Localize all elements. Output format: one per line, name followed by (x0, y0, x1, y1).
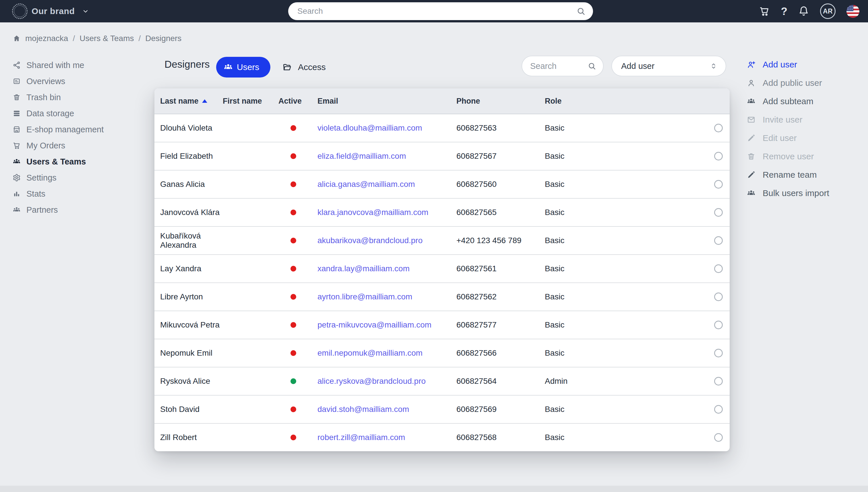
home-icon[interactable] (13, 34, 21, 43)
row-select-radio[interactable] (714, 293, 723, 301)
sidebar-item-icon (13, 125, 21, 133)
add-user-select-value: Add user (612, 62, 710, 71)
action-add-public-user[interactable]: Add public user (747, 74, 822, 92)
notifications-bell-icon[interactable] (798, 6, 809, 17)
row-select-radio[interactable] (714, 321, 723, 329)
cell-phone: 606827566 (456, 348, 545, 358)
email-link[interactable]: violeta.dlouha@mailliam.com (318, 123, 456, 132)
cell-role: Basic (545, 264, 705, 273)
cell-phone: 606827567 (456, 152, 545, 161)
action-label: Add public user (763, 78, 822, 88)
table-row[interactable]: Mikuvcová Petra petra-mikuvcova@mailliam… (154, 311, 730, 339)
tab-users[interactable]: Users (216, 57, 270, 77)
column-header-role[interactable]: Role (545, 97, 705, 106)
table-row[interactable]: Kubaříková Alexandra akubarikova@brandcl… (154, 226, 730, 254)
sidebar-item-data-storage[interactable]: Data storage (13, 105, 133, 121)
global-search-input[interactable] (288, 7, 576, 16)
help-icon[interactable]: ? (781, 6, 787, 17)
table-row[interactable]: Zill Robert robert.zill@mailliam.com 606… (154, 423, 730, 451)
email-link[interactable]: petra-mikuvcova@mailliam.com (318, 320, 456, 329)
language-flag-icon[interactable] (846, 5, 860, 18)
email-link[interactable]: alice.ryskova@brandcloud.pro (318, 377, 456, 386)
sidebar-item-settings[interactable]: Settings (13, 170, 133, 186)
email-link[interactable]: klara.janovcova@mailliam.com (318, 208, 456, 217)
sidebar-item-trash-bin[interactable]: Trash bin (13, 89, 133, 105)
sidebar-item-e-shop-management[interactable]: E-shop management (13, 121, 133, 138)
column-header-email[interactable]: Email (318, 97, 456, 106)
table-search-input[interactable] (522, 62, 588, 71)
table-row[interactable]: Rysková Alice alice.ryskova@brandcloud.p… (154, 367, 730, 395)
active-status-dot (291, 238, 296, 243)
page-title: Designers (165, 58, 210, 70)
email-link[interactable]: akubarikova@brandcloud.pro (318, 236, 456, 245)
tab-access[interactable]: Access (282, 57, 326, 77)
action-add-user[interactable]: Add user (747, 55, 797, 74)
sidebar-item-users-teams[interactable]: Users & Teams (13, 153, 133, 170)
cell-phone: 606827561 (456, 264, 545, 273)
breadcrumb-users-teams[interactable]: Users & Teams (79, 34, 134, 43)
column-header-active[interactable]: Active (278, 97, 318, 106)
action-bulk-users-import[interactable]: Bulk users import (747, 184, 829, 202)
sidebar-item-shared-with-me[interactable]: Shared with me (13, 57, 133, 73)
cell-last-name: Zill Robert (160, 433, 223, 442)
cell-role: Basic (545, 180, 705, 189)
cell-role: Basic (545, 348, 705, 358)
column-header-first-name[interactable]: First name (223, 97, 278, 106)
chevrons-up-down-icon (710, 62, 718, 70)
email-link[interactable]: eliza.field@mailliam.com (318, 152, 456, 161)
email-link[interactable]: alicia.ganas@mailliam.com (318, 180, 456, 189)
table-row[interactable]: Ganas Alicia alicia.ganas@mailliam.com 6… (154, 170, 730, 198)
action-icon (747, 171, 755, 179)
column-header-last-name[interactable]: Last name (160, 97, 223, 106)
row-select-radio[interactable] (714, 264, 723, 273)
row-select-radio[interactable] (714, 377, 723, 386)
email-link[interactable]: robert.zill@mailliam.com (318, 433, 456, 442)
topbar: Our brand ? AR (0, 0, 868, 22)
table-row[interactable]: Janovcová Klára klara.janovcova@mailliam… (154, 198, 730, 226)
email-link[interactable]: emil.nepomuk@mailliam.com (318, 348, 456, 358)
action-rename-team[interactable]: Rename team (747, 166, 817, 184)
table-row[interactable]: Libre Ayrton ayrton.libre@mailliam.com 6… (154, 282, 730, 311)
sidebar-item-partners[interactable]: Partners (13, 202, 133, 218)
row-select-radio[interactable] (714, 208, 723, 217)
action-label: Add subteam (763, 96, 814, 106)
row-select-radio[interactable] (714, 152, 723, 161)
breadcrumb-team[interactable]: mojeznacka (25, 34, 68, 43)
row-select-radio[interactable] (714, 405, 723, 414)
brand-logo[interactable]: Our brand (12, 3, 89, 19)
users-table: Last name First name Active Email Phone … (154, 89, 730, 451)
row-select-radio[interactable] (714, 124, 723, 132)
topbar-icons: ? AR (759, 0, 860, 22)
email-link[interactable]: david.stoh@mailliam.com (318, 405, 456, 414)
cell-role: Admin (545, 377, 705, 386)
table-row[interactable]: Dlouhá Violeta violeta.dlouha@mailliam.c… (154, 114, 730, 142)
table-header: Last name First name Active Email Phone … (154, 89, 730, 114)
avatar[interactable]: AR (820, 3, 836, 19)
row-select-radio[interactable] (714, 180, 723, 189)
row-select-radio[interactable] (714, 236, 723, 245)
global-search (288, 2, 593, 20)
cell-last-name: Lay Xandra (160, 264, 223, 273)
table-row[interactable]: Stoh David david.stoh@mailliam.com 60682… (154, 395, 730, 423)
sidebar-item-stats[interactable]: Stats (13, 186, 133, 202)
active-status-dot (291, 378, 296, 384)
chevron-down-icon[interactable] (82, 8, 89, 15)
cell-role: Basic (545, 405, 705, 414)
cart-icon[interactable] (759, 6, 770, 17)
table-row[interactable]: Field Elizabeth eliza.field@mailliam.com… (154, 142, 730, 170)
row-select-radio[interactable] (714, 349, 723, 358)
action-add-subteam[interactable]: Add subteam (747, 92, 814, 110)
email-link[interactable]: ayrton.libre@mailliam.com (318, 292, 456, 301)
row-select-radio[interactable] (714, 433, 723, 442)
cell-last-name: Kubaříková Alexandra (160, 231, 223, 250)
sidebar-item-my-orders[interactable]: My Orders (13, 138, 133, 153)
email-link[interactable]: xandra.lay@mailliam.com (318, 264, 456, 273)
table-row[interactable]: Nepomuk Emil emil.nepomuk@mailliam.com 6… (154, 339, 730, 367)
breadcrumb-current[interactable]: Designers (145, 34, 181, 43)
add-user-select[interactable]: Add user (612, 56, 726, 76)
table-row[interactable]: Lay Xandra xandra.lay@mailliam.com 60682… (154, 254, 730, 282)
column-header-phone[interactable]: Phone (456, 97, 545, 106)
sidebar-item-overviews[interactable]: Overviews (13, 73, 133, 89)
team-actions-panel: Add user Add public user Add subteam Inv… (747, 55, 862, 202)
sidebar-item-icon (13, 142, 21, 150)
